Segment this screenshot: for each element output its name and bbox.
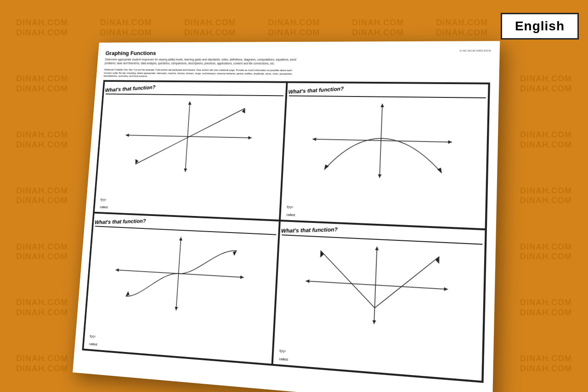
bg-tile: DiNAH.COMDiNAH.COM — [0, 336, 84, 392]
paper-title: Graphing Functions — [105, 49, 491, 56]
functions-grid: What's that function? — [82, 80, 490, 383]
svg-line-0 — [126, 135, 252, 138]
cell-footer-bottom-left: f(x)= called: — [89, 335, 98, 346]
svg-line-9 — [312, 139, 452, 142]
paper-subtitle: Determine appropriate student responses … — [105, 57, 310, 65]
function-cell-top-left: What's that function? — [94, 81, 287, 221]
svg-marker-14 — [378, 175, 381, 178]
svg-marker-12 — [312, 137, 316, 141]
cell-header-top-right: What's that function? — [288, 86, 344, 96]
graph-svg-top-left — [97, 95, 285, 182]
paper-header: Graphing Functions Determine appropriate… — [105, 49, 491, 66]
svg-marker-27 — [444, 287, 448, 291]
paper-id: D-NC-M130-5003-EN-B — [460, 49, 491, 52]
bg-tile: DiNAH.COMDiNAH.COM — [504, 280, 588, 336]
svg-marker-2 — [248, 136, 252, 140]
bg-tile: DiNAH.COMDiNAH.COM — [504, 224, 588, 280]
svg-marker-3 — [125, 134, 129, 137]
svg-marker-32 — [435, 256, 440, 264]
graph-svg-bottom-left — [87, 227, 278, 324]
function-cell-bottom-left: What's that function? f( — [83, 213, 280, 365]
cell-header-top-left: What's that function? — [105, 84, 156, 93]
svg-marker-23 — [232, 251, 237, 256]
bg-tile: DiNAH.COMDiNAH.COM — [504, 336, 588, 392]
paper-document: D-NC-M130-5003-EN-B Graphing Functions D… — [73, 41, 500, 392]
cell-header-bottom-left: What's that function? — [95, 218, 146, 226]
cell-footer-bottom-right: f(x)= called: — [279, 349, 289, 362]
svg-marker-19 — [240, 276, 244, 279]
bg-tile: DiNAH.COMDiNAH.COM — [0, 168, 84, 224]
bg-tile: DiNAH.COMDiNAH.COM — [0, 0, 84, 56]
svg-marker-24 — [126, 291, 130, 297]
svg-marker-13 — [380, 104, 384, 108]
instructions-text: Notebook Foldable One-Tab: Cut out this … — [103, 68, 300, 79]
svg-marker-22 — [175, 307, 178, 311]
svg-marker-30 — [372, 320, 376, 324]
function-cell-bottom-right: What's that function? f( — [272, 221, 486, 382]
bg-tile: DiNAH.COMDiNAH.COM — [0, 56, 84, 112]
svg-marker-20 — [115, 268, 119, 272]
svg-marker-21 — [179, 237, 183, 241]
english-button[interactable]: English — [501, 13, 579, 40]
bg-tile: DiNAH.COMDiNAH.COM — [0, 280, 84, 336]
svg-marker-29 — [375, 247, 379, 250]
bg-tile: DiNAH.COMDiNAH.COM — [504, 168, 588, 224]
graph-svg-top-right — [283, 97, 488, 188]
bg-tile: DiNAH.COMDiNAH.COM — [504, 56, 588, 112]
svg-line-25 — [306, 281, 448, 290]
cell-footer-top-right: f(x)= called: — [286, 205, 296, 217]
svg-marker-5 — [184, 169, 187, 172]
bg-tile: DiNAH.COMDiNAH.COM — [0, 112, 84, 168]
svg-marker-28 — [305, 279, 309, 283]
graph-svg-bottom-right — [275, 235, 485, 339]
cell-footer-top-left: f(x)= called: — [100, 198, 109, 209]
bg-tile: DiNAH.COMDiNAH.COM — [504, 112, 588, 168]
svg-marker-4 — [188, 102, 192, 105]
svg-marker-31 — [320, 251, 324, 258]
function-cell-top-right: What's that function? f( — [280, 82, 489, 230]
cell-header-bottom-right: What's that function? — [281, 227, 338, 234]
svg-marker-11 — [448, 141, 452, 144]
bg-tile: DiNAH.COMDiNAH.COM — [0, 224, 84, 280]
